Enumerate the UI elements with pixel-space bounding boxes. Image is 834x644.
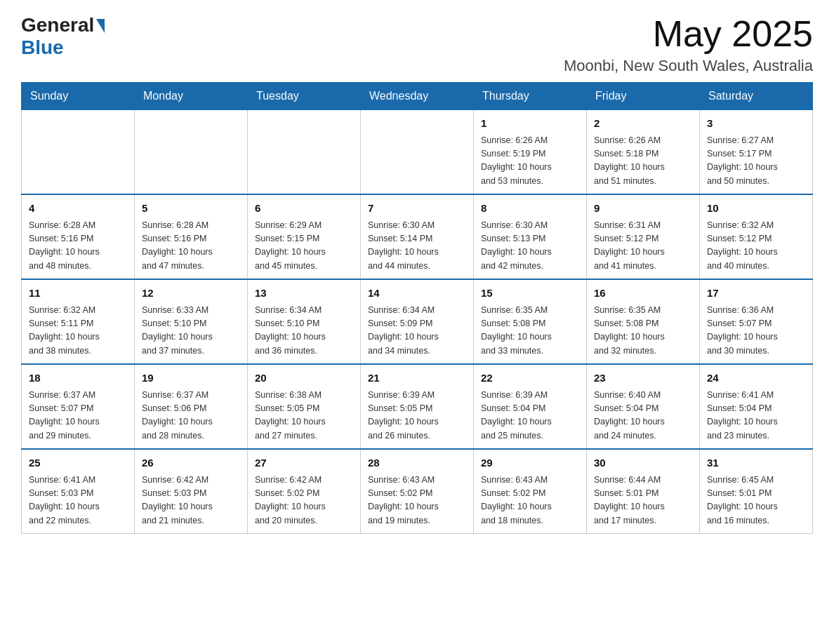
day-number: 10 xyxy=(707,201,805,217)
calendar-day-cell: 22Sunrise: 6:39 AMSunset: 5:04 PMDayligh… xyxy=(474,364,587,449)
sun-info: Sunrise: 6:37 AMSunset: 5:06 PMDaylight:… xyxy=(142,389,240,443)
sun-info: Sunrise: 6:38 AMSunset: 5:05 PMDaylight:… xyxy=(255,389,353,443)
calendar-day-cell: 10Sunrise: 6:32 AMSunset: 5:12 PMDayligh… xyxy=(700,194,813,279)
calendar-day-cell: 15Sunrise: 6:35 AMSunset: 5:08 PMDayligh… xyxy=(474,279,587,364)
calendar-day-cell xyxy=(22,110,135,195)
calendar-week-row: 1Sunrise: 6:26 AMSunset: 5:19 PMDaylight… xyxy=(22,110,813,195)
calendar-day-cell: 7Sunrise: 6:30 AMSunset: 5:14 PMDaylight… xyxy=(361,194,474,279)
calendar-week-row: 18Sunrise: 6:37 AMSunset: 5:07 PMDayligh… xyxy=(22,364,813,449)
sun-info: Sunrise: 6:26 AMSunset: 5:18 PMDaylight:… xyxy=(594,134,692,189)
sun-info: Sunrise: 6:34 AMSunset: 5:09 PMDaylight:… xyxy=(368,304,466,358)
sun-info: Sunrise: 6:39 AMSunset: 5:05 PMDaylight:… xyxy=(368,389,466,443)
day-number: 26 xyxy=(142,455,240,471)
day-number: 14 xyxy=(368,286,466,302)
sun-info: Sunrise: 6:31 AMSunset: 5:12 PMDaylight:… xyxy=(594,219,692,274)
calendar-day-cell: 3Sunrise: 6:27 AMSunset: 5:17 PMDaylight… xyxy=(700,110,813,195)
calendar-table: SundayMondayTuesdayWednesdayThursdayFrid… xyxy=(21,82,813,534)
calendar-day-cell: 16Sunrise: 6:35 AMSunset: 5:08 PMDayligh… xyxy=(587,279,700,364)
calendar-day-cell: 29Sunrise: 6:43 AMSunset: 5:02 PMDayligh… xyxy=(474,449,587,534)
calendar-day-cell: 4Sunrise: 6:28 AMSunset: 5:16 PMDaylight… xyxy=(22,194,135,279)
day-number: 1 xyxy=(481,116,579,132)
sun-info: Sunrise: 6:42 AMSunset: 5:02 PMDaylight:… xyxy=(255,474,353,528)
sun-info: Sunrise: 6:29 AMSunset: 5:15 PMDaylight:… xyxy=(255,219,353,274)
sun-info: Sunrise: 6:44 AMSunset: 5:01 PMDaylight:… xyxy=(594,474,692,528)
sun-info: Sunrise: 6:28 AMSunset: 5:16 PMDaylight:… xyxy=(29,219,127,274)
calendar-day-cell: 28Sunrise: 6:43 AMSunset: 5:02 PMDayligh… xyxy=(361,449,474,534)
sun-info: Sunrise: 6:40 AMSunset: 5:04 PMDaylight:… xyxy=(594,389,692,443)
month-year-title: May 2025 xyxy=(564,14,813,54)
calendar-header-row: SundayMondayTuesdayWednesdayThursdayFrid… xyxy=(22,83,813,110)
day-number: 6 xyxy=(255,201,353,217)
calendar-day-cell: 9Sunrise: 6:31 AMSunset: 5:12 PMDaylight… xyxy=(587,194,700,279)
sun-info: Sunrise: 6:32 AMSunset: 5:12 PMDaylight:… xyxy=(707,219,805,274)
sun-info: Sunrise: 6:35 AMSunset: 5:08 PMDaylight:… xyxy=(481,304,579,358)
day-number: 31 xyxy=(707,455,805,471)
day-of-week-header: Saturday xyxy=(700,83,813,110)
day-number: 16 xyxy=(594,286,692,302)
logo-arrow-icon xyxy=(96,19,105,33)
day-number: 23 xyxy=(594,370,692,387)
day-of-week-header: Tuesday xyxy=(248,83,361,110)
calendar-day-cell: 12Sunrise: 6:33 AMSunset: 5:10 PMDayligh… xyxy=(135,279,248,364)
calendar-day-cell: 27Sunrise: 6:42 AMSunset: 5:02 PMDayligh… xyxy=(248,449,361,534)
calendar-day-cell: 19Sunrise: 6:37 AMSunset: 5:06 PMDayligh… xyxy=(135,364,248,449)
calendar-day-cell: 25Sunrise: 6:41 AMSunset: 5:03 PMDayligh… xyxy=(22,449,135,534)
sun-info: Sunrise: 6:36 AMSunset: 5:07 PMDaylight:… xyxy=(707,304,805,358)
day-number: 8 xyxy=(481,201,579,217)
calendar-day-cell: 20Sunrise: 6:38 AMSunset: 5:05 PMDayligh… xyxy=(248,364,361,449)
sun-info: Sunrise: 6:35 AMSunset: 5:08 PMDaylight:… xyxy=(594,304,692,358)
sun-info: Sunrise: 6:42 AMSunset: 5:03 PMDaylight:… xyxy=(142,474,240,528)
day-number: 24 xyxy=(707,370,805,387)
day-number: 27 xyxy=(255,455,353,471)
sun-info: Sunrise: 6:27 AMSunset: 5:17 PMDaylight:… xyxy=(707,134,805,189)
page-header: General Blue May 2025 Moonbi, New South … xyxy=(21,14,813,75)
sun-info: Sunrise: 6:43 AMSunset: 5:02 PMDaylight:… xyxy=(368,474,466,528)
calendar-day-cell xyxy=(361,110,474,195)
calendar-day-cell xyxy=(135,110,248,195)
header-right: May 2025 Moonbi, New South Wales, Austra… xyxy=(564,14,813,75)
day-number: 30 xyxy=(594,455,692,471)
day-number: 28 xyxy=(368,455,466,471)
calendar-day-cell: 24Sunrise: 6:41 AMSunset: 5:04 PMDayligh… xyxy=(700,364,813,449)
calendar-day-cell: 31Sunrise: 6:45 AMSunset: 5:01 PMDayligh… xyxy=(700,449,813,534)
day-of-week-header: Sunday xyxy=(22,83,135,110)
calendar-day-cell: 21Sunrise: 6:39 AMSunset: 5:05 PMDayligh… xyxy=(361,364,474,449)
day-number: 17 xyxy=(707,286,805,302)
calendar-day-cell: 26Sunrise: 6:42 AMSunset: 5:03 PMDayligh… xyxy=(135,449,248,534)
sun-info: Sunrise: 6:39 AMSunset: 5:04 PMDaylight:… xyxy=(481,389,579,443)
day-number: 13 xyxy=(255,286,353,302)
sun-info: Sunrise: 6:41 AMSunset: 5:04 PMDaylight:… xyxy=(707,389,805,443)
sun-info: Sunrise: 6:33 AMSunset: 5:10 PMDaylight:… xyxy=(142,304,240,358)
sun-info: Sunrise: 6:26 AMSunset: 5:19 PMDaylight:… xyxy=(481,134,579,189)
day-number: 20 xyxy=(255,370,353,387)
day-number: 29 xyxy=(481,455,579,471)
logo: General Blue xyxy=(21,14,105,59)
day-number: 3 xyxy=(707,116,805,132)
calendar-day-cell: 23Sunrise: 6:40 AMSunset: 5:04 PMDayligh… xyxy=(587,364,700,449)
logo-general-text: General xyxy=(21,14,94,36)
day-of-week-header: Friday xyxy=(587,83,700,110)
calendar-day-cell: 13Sunrise: 6:34 AMSunset: 5:10 PMDayligh… xyxy=(248,279,361,364)
calendar-week-row: 4Sunrise: 6:28 AMSunset: 5:16 PMDaylight… xyxy=(22,194,813,279)
location-text: Moonbi, New South Wales, Australia xyxy=(564,57,813,75)
day-number: 22 xyxy=(481,370,579,387)
sun-info: Sunrise: 6:41 AMSunset: 5:03 PMDaylight:… xyxy=(29,474,127,528)
day-number: 19 xyxy=(142,370,240,387)
day-number: 15 xyxy=(481,286,579,302)
day-number: 21 xyxy=(368,370,466,387)
calendar-week-row: 11Sunrise: 6:32 AMSunset: 5:11 PMDayligh… xyxy=(22,279,813,364)
day-number: 25 xyxy=(29,455,127,471)
sun-info: Sunrise: 6:28 AMSunset: 5:16 PMDaylight:… xyxy=(142,219,240,274)
calendar-day-cell: 11Sunrise: 6:32 AMSunset: 5:11 PMDayligh… xyxy=(22,279,135,364)
sun-info: Sunrise: 6:30 AMSunset: 5:13 PMDaylight:… xyxy=(481,219,579,274)
day-number: 9 xyxy=(594,201,692,217)
day-number: 12 xyxy=(142,286,240,302)
calendar-day-cell: 6Sunrise: 6:29 AMSunset: 5:15 PMDaylight… xyxy=(248,194,361,279)
sun-info: Sunrise: 6:32 AMSunset: 5:11 PMDaylight:… xyxy=(29,304,127,358)
calendar-day-cell: 30Sunrise: 6:44 AMSunset: 5:01 PMDayligh… xyxy=(587,449,700,534)
day-of-week-header: Wednesday xyxy=(361,83,474,110)
sun-info: Sunrise: 6:43 AMSunset: 5:02 PMDaylight:… xyxy=(481,474,579,528)
calendar-week-row: 25Sunrise: 6:41 AMSunset: 5:03 PMDayligh… xyxy=(22,449,813,534)
day-number: 7 xyxy=(368,201,466,217)
calendar-day-cell xyxy=(248,110,361,195)
